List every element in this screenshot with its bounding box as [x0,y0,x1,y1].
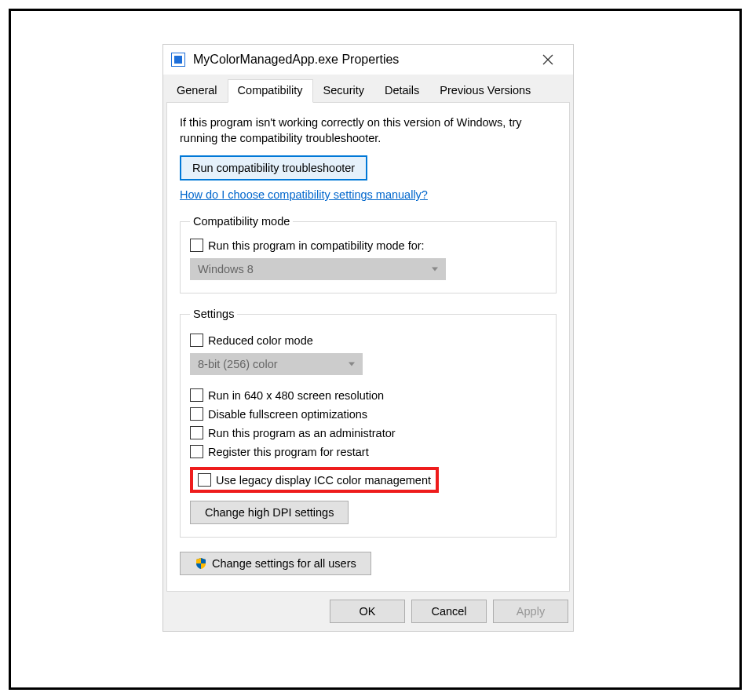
legacy-icc-label: Use legacy display ICC color management [216,474,431,487]
chevron-down-icon [349,363,355,366]
reduced-color-checkbox[interactable] [190,334,203,347]
reduced-color-label: Reduced color mode [208,334,313,347]
dialog-button-row: OK Cancel Apply [163,592,573,631]
intro-text: If this program isn't working correctly … [180,115,557,146]
chevron-down-icon [432,268,438,272]
admin-label: Run this program as an administrator [208,427,396,439]
register-restart-label: Register this program for restart [208,446,369,458]
resolution-checkbox[interactable] [190,388,203,402]
outer-frame: MyColorManagedApp.exe Properties General… [9,9,742,690]
legacy-icc-highlight: Use legacy display ICC color management [190,467,439,493]
window-title: MyColorManagedApp.exe Properties [193,53,531,67]
compat-mode-select-value: Windows 8 [198,263,254,275]
cancel-button[interactable]: Cancel [411,600,487,623]
tab-previous-versions[interactable]: Previous Versions [429,79,541,102]
change-dpi-button[interactable]: Change high DPI settings [190,501,349,524]
legacy-icc-checkbox[interactable] [198,473,211,487]
compat-mode-checkbox[interactable] [190,239,203,252]
close-icon [542,54,553,65]
settings-legend: Settings [190,308,237,320]
settings-group: Settings Reduced color mode 8-bit (256) … [180,308,557,538]
reduced-color-select-value: 8-bit (256) color [198,358,278,370]
register-restart-checkbox[interactable] [190,445,203,458]
tab-compatibility[interactable]: Compatibility [228,79,313,103]
run-troubleshooter-button[interactable]: Run compatibility troubleshooter [180,155,367,180]
help-link[interactable]: How do I choose compatibility settings m… [180,188,428,201]
uac-shield-icon [195,557,207,570]
ok-button[interactable]: OK [330,600,405,623]
compat-mode-label: Run this program in compatibility mode f… [208,239,425,252]
properties-dialog: MyColorManagedApp.exe Properties General… [162,44,574,632]
admin-checkbox[interactable] [190,426,203,439]
close-button[interactable] [531,45,565,75]
compatibility-mode-legend: Compatibility mode [190,215,293,228]
change-all-users-label: Change settings for all users [212,557,356,570]
reduced-color-select[interactable]: 8-bit (256) color [190,353,363,375]
tab-security[interactable]: Security [313,79,374,102]
compat-mode-select[interactable]: Windows 8 [190,258,446,280]
tab-details[interactable]: Details [374,79,429,102]
change-all-users-button[interactable]: Change settings for all users [180,552,371,575]
disable-fullscreen-label: Disable fullscreen optimizations [208,408,367,421]
resolution-label: Run in 640 x 480 screen resolution [208,389,384,402]
titlebar: MyColorManagedApp.exe Properties [163,45,573,75]
tab-bar: General Compatibility Security Details P… [163,79,573,102]
tab-content-compatibility: If this program isn't working correctly … [166,102,570,592]
disable-fullscreen-checkbox[interactable] [190,407,203,421]
apply-button[interactable]: Apply [493,600,568,623]
app-icon [171,53,185,67]
compatibility-mode-group: Compatibility mode Run this program in c… [180,215,557,293]
tab-general[interactable]: General [166,79,228,102]
